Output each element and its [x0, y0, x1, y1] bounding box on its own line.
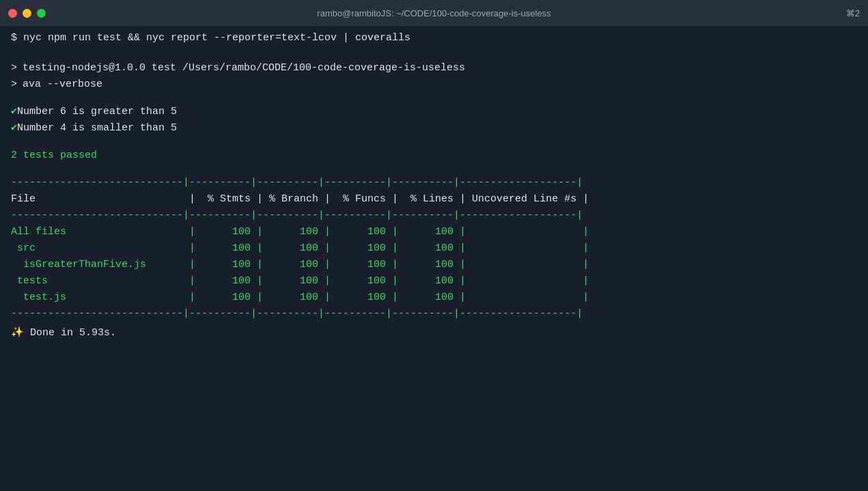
keyboard-shortcut: ⌘2	[846, 8, 860, 18]
sparkle-icon: ✨	[11, 327, 24, 339]
test-result: Number 4 is smaller than 5	[17, 120, 177, 137]
prompt-symbol: >	[11, 76, 17, 93]
table-separator-bottom: ----------------------------|----------|…	[11, 306, 857, 322]
spacer	[11, 93, 857, 104]
table-row: tests | 100 | 100 | 100 | 100 | |	[11, 273, 857, 290]
command-line: $ nyc npm run test && nyc report --repor…	[0, 26, 868, 49]
terminal-window: rambo@rambitoJS: ~/CODE/100-code-coverag…	[0, 0, 868, 491]
table-row: test.js | 100 | 100 | 100 | 100 | |	[11, 290, 857, 306]
table-row: All files | 100 | 100 | 100 | 100 | |	[11, 224, 857, 240]
terminal-body[interactable]: > testing-nodejs@1.0.0 test /Users/rambo…	[0, 49, 868, 491]
test-result: Number 6 is greater than 5	[17, 104, 177, 120]
list-item: ✔ Number 6 is greater than 5	[11, 104, 857, 120]
done-line: ✨ Done in 5.93s.	[11, 325, 857, 341]
close-button[interactable]	[8, 9, 17, 18]
list-item: > ava --verbose	[11, 76, 857, 93]
minimize-button[interactable]	[23, 9, 31, 18]
spacer	[11, 137, 857, 148]
maximize-button[interactable]	[37, 9, 46, 18]
table-row: src | 100 | 100 | 100 | 100 | |	[11, 240, 857, 257]
tests-passed-label: 2 tests passed	[11, 148, 97, 164]
check-icon: ✔	[11, 104, 17, 120]
check-icon: ✔	[11, 120, 17, 137]
spacer	[11, 164, 857, 175]
terminal-output: testing-nodejs@1.0.0 test /Users/rambo/C…	[23, 60, 465, 76]
prompt-symbol: >	[11, 60, 17, 76]
title-bar: rambo@rambitoJS: ~/CODE/100-code-coverag…	[0, 0, 868, 26]
window-title: rambo@rambitoJS: ~/CODE/100-code-coverag…	[317, 8, 550, 18]
list-item: > testing-nodejs@1.0.0 test /Users/rambo…	[11, 60, 857, 76]
table-separator-top: ----------------------------|----------|…	[11, 175, 857, 191]
traffic-lights	[8, 9, 46, 18]
list-item: ✔ Number 4 is smaller than 5	[11, 120, 857, 137]
table-header: File | % Stmts | % Branch | % Funcs | % …	[11, 191, 857, 208]
done-text: Done in 5.93s.	[30, 327, 116, 339]
tests-passed: 2 tests passed	[11, 148, 857, 164]
terminal-output: ava --verbose	[23, 76, 102, 93]
table-row: isGreaterThanFive.js | 100 | 100 | 100 |…	[11, 257, 857, 273]
command-prompt: $ nyc npm run test && nyc report --repor…	[11, 32, 410, 44]
table-separator-header: ----------------------------|----------|…	[11, 208, 857, 224]
